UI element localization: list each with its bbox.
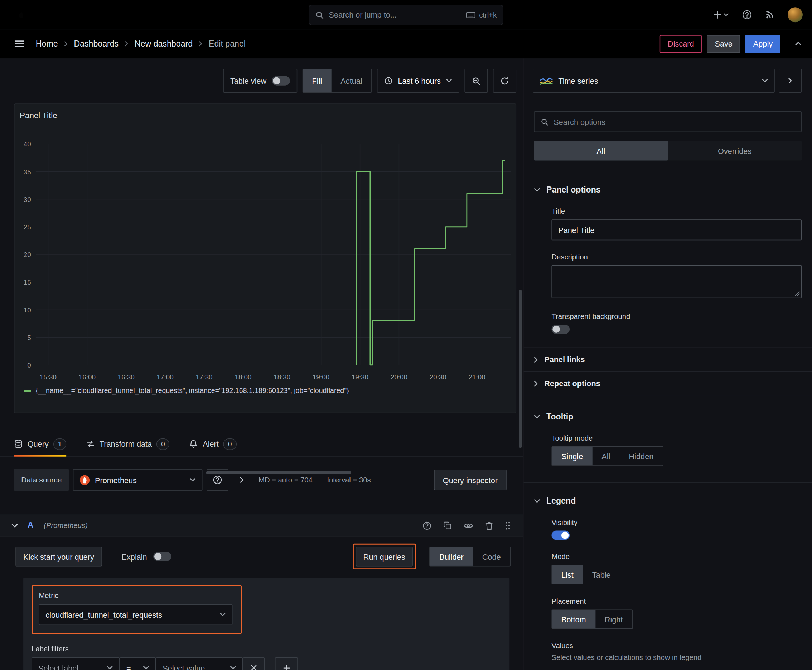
- tab-query-count: 1: [53, 438, 66, 450]
- panel-options-header[interactable]: Panel options: [524, 185, 812, 195]
- title-label: Title: [551, 207, 802, 215]
- chevron-down-icon: [762, 79, 768, 83]
- query-toolbar-row: Kick start your query Explain Run querie…: [15, 544, 510, 569]
- builder-option[interactable]: Builder: [430, 547, 473, 566]
- svg-text:15:30: 15:30: [40, 373, 57, 381]
- chevron-right-icon: [199, 41, 202, 47]
- delete-query-button[interactable]: [485, 521, 493, 530]
- query-ref-id[interactable]: A: [27, 521, 34, 530]
- legend-title: Legend: [546, 496, 576, 506]
- tooltip-header[interactable]: Tooltip: [524, 412, 812, 421]
- legend-mode-list[interactable]: List: [552, 565, 583, 584]
- panel-title-input[interactable]: [551, 219, 802, 240]
- mode-label: Mode: [551, 552, 802, 560]
- explain-toggle[interactable]: [153, 552, 171, 561]
- hamburger-icon: [14, 40, 24, 47]
- keyboard-icon: [466, 12, 475, 18]
- code-option[interactable]: Code: [473, 547, 510, 566]
- query-help-button[interactable]: [422, 521, 431, 530]
- tab-transform[interactable]: Transform data 0: [86, 431, 170, 456]
- operator-dropdown[interactable]: =: [120, 658, 156, 670]
- toggle-visibility-button[interactable]: [464, 522, 473, 529]
- user-avatar[interactable]: [788, 7, 803, 22]
- horizontal-scrollbar[interactable]: [206, 471, 351, 474]
- values-label: Values: [551, 641, 802, 650]
- repeat-options-title: Repeat options: [544, 379, 600, 388]
- legend-header[interactable]: Legend: [524, 496, 812, 506]
- tab-query[interactable]: Query 1: [14, 431, 66, 456]
- help-button[interactable]: [742, 10, 752, 19]
- duplicate-query-button[interactable]: [443, 521, 451, 530]
- breadcrumb-new-dashboard[interactable]: New dashboard: [135, 39, 193, 48]
- remove-filter-button[interactable]: [243, 658, 264, 670]
- editor-tabs: Query 1 Transform data 0 Alert 0: [0, 431, 523, 456]
- discard-button[interactable]: Discard: [660, 35, 702, 52]
- mega-menu-button[interactable]: [14, 40, 24, 47]
- select-value-dropdown[interactable]: Select value: [156, 658, 243, 670]
- metric-select[interactable]: cloudflared_tunnel_total_requests: [39, 604, 232, 625]
- description-textarea[interactable]: [551, 265, 802, 298]
- chart-legend[interactable]: {__name__="cloudflared_tunnel_total_requ…: [24, 387, 349, 394]
- placement-right[interactable]: Right: [595, 610, 632, 628]
- tooltip-mode-field: Tooltip mode Single All Hidden: [524, 434, 812, 466]
- time-series-chart[interactable]: 051015202530354015:3016:0016:3017:0017:3…: [14, 104, 517, 414]
- explain-label: Explain: [122, 552, 147, 561]
- breadcrumb-dashboards[interactable]: Dashboards: [74, 39, 119, 48]
- chevron-down-icon[interactable]: [12, 523, 18, 528]
- placement-bottom[interactable]: Bottom: [552, 610, 595, 628]
- fill-option[interactable]: Fill: [303, 69, 332, 92]
- visualization-picker[interactable]: Time series: [533, 69, 775, 93]
- apply-button[interactable]: Apply: [746, 35, 780, 52]
- vertical-scrollbar[interactable]: [519, 290, 522, 448]
- query-row-header[interactable]: A (Prometheus): [0, 515, 523, 536]
- refresh-button[interactable]: [493, 69, 516, 93]
- news-button[interactable]: [765, 10, 775, 19]
- grafana-logo-icon[interactable]: [14, 7, 29, 22]
- repeat-options-header[interactable]: Repeat options: [524, 372, 812, 396]
- query-inspector-button[interactable]: Query inspector: [434, 470, 506, 490]
- tab-overrides[interactable]: Overrides: [668, 140, 802, 160]
- datasource-picker[interactable]: Prometheus: [73, 469, 203, 491]
- table-view-label: Table view: [230, 76, 266, 85]
- breadcrumb-bar: Home Dashboards New dashboard Edit panel…: [0, 29, 812, 58]
- select-label-dropdown[interactable]: Select label: [32, 658, 120, 670]
- actual-option[interactable]: Actual: [331, 69, 371, 92]
- chevron-right-icon[interactable]: [240, 477, 244, 483]
- global-search[interactable]: Search or jump to... ctrl+k: [309, 4, 503, 25]
- options-search-input[interactable]: [554, 117, 795, 126]
- chevron-right-icon: [534, 380, 538, 386]
- operator-value: =: [126, 663, 131, 670]
- label-filter-row: Select label = Select value: [32, 658, 501, 670]
- transparent-toggle[interactable]: [551, 325, 570, 334]
- collapse-options-button[interactable]: [795, 42, 802, 46]
- breadcrumb-home[interactable]: Home: [36, 39, 58, 48]
- add-new-button[interactable]: [714, 11, 729, 19]
- panel-links-header[interactable]: Panel links: [524, 348, 812, 372]
- shortcut-label: ctrl+k: [479, 11, 497, 19]
- chevron-right-icon: [125, 41, 129, 47]
- chart-panel: Panel Title 051015202530354015:3016:0016…: [14, 103, 516, 413]
- tooltip-title: Tooltip: [546, 412, 573, 421]
- kick-start-button[interactable]: Kick start your query: [15, 546, 102, 566]
- add-filter-button[interactable]: [275, 658, 298, 670]
- time-range-picker[interactable]: Last 6 hours: [377, 69, 459, 93]
- table-view-toggle[interactable]: [272, 76, 290, 86]
- tooltip-mode-all[interactable]: All: [592, 447, 619, 465]
- tab-all[interactable]: All: [534, 140, 668, 160]
- open-viz-list-button[interactable]: [779, 69, 802, 93]
- run-queries-button[interactable]: Run queries: [356, 546, 413, 566]
- chevron-down-icon: [190, 478, 196, 482]
- divider: [524, 482, 812, 483]
- visibility-toggle[interactable]: [551, 531, 570, 540]
- tooltip-mode-hidden[interactable]: Hidden: [619, 447, 663, 465]
- interval: Interval = 30s: [327, 475, 371, 484]
- question-circle-icon: [742, 10, 752, 19]
- save-button[interactable]: Save: [707, 35, 741, 52]
- tooltip-mode-single[interactable]: Single: [552, 447, 592, 465]
- drag-handle[interactable]: [505, 521, 510, 530]
- tab-alert[interactable]: Alert 0: [190, 431, 237, 456]
- legend-mode-table[interactable]: Table: [583, 565, 620, 584]
- title-field: Title: [524, 207, 812, 240]
- svg-text:35: 35: [24, 168, 31, 176]
- zoom-out-button[interactable]: [464, 69, 488, 93]
